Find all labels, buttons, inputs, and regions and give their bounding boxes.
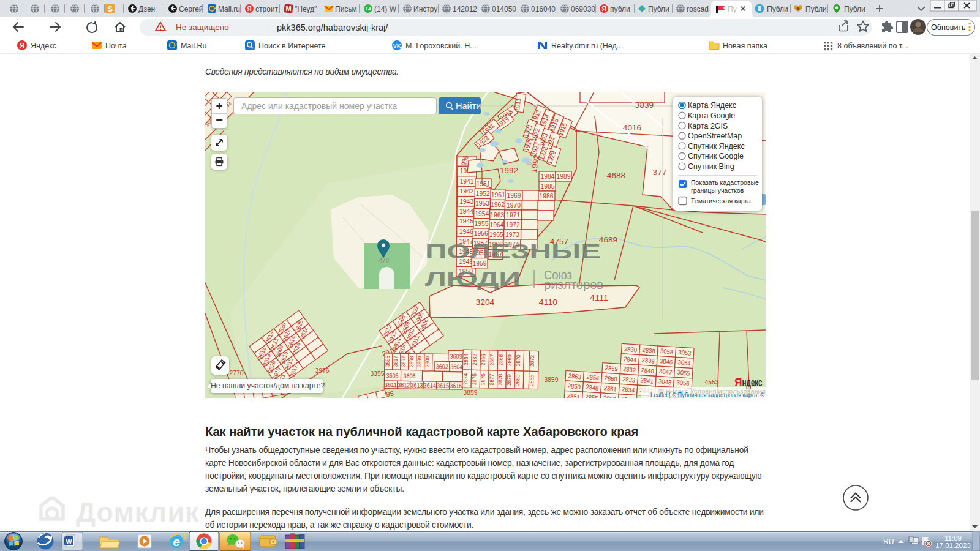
svg-text:1984: 1984 bbox=[541, 173, 556, 180]
svg-text:Карта Google: Карта Google bbox=[688, 111, 735, 120]
svg-text:3046: 3046 bbox=[660, 357, 673, 365]
svg-text:2867: 2867 bbox=[489, 354, 495, 365]
svg-text:3053: 3053 bbox=[678, 348, 692, 357]
svg-text:3976: 3976 bbox=[315, 367, 330, 374]
svg-text:2865: 2865 bbox=[529, 375, 535, 386]
svg-text:1965: 1965 bbox=[489, 231, 503, 238]
svg-text:Публи: Публи bbox=[767, 5, 788, 13]
svg-text:строит: строит bbox=[255, 5, 279, 13]
svg-text:478: 478 bbox=[379, 257, 389, 264]
svg-text:3599: 3599 bbox=[417, 356, 423, 367]
svg-text:8 объявлений по т...: 8 объявлений по т... bbox=[837, 42, 908, 50]
svg-text:3058: 3058 bbox=[660, 347, 674, 356]
svg-text:3604: 3604 bbox=[450, 363, 463, 370]
svg-text:RU: RU bbox=[883, 538, 894, 546]
svg-text:1964: 1964 bbox=[490, 221, 505, 228]
svg-text:2864: 2864 bbox=[463, 354, 469, 365]
svg-text:1973: 1973 bbox=[505, 231, 519, 238]
svg-text:4688: 4688 bbox=[607, 171, 625, 180]
svg-text:2875: 2875 bbox=[471, 373, 477, 385]
svg-text:Я: Я bbox=[734, 377, 742, 389]
svg-text:2848: 2848 bbox=[586, 383, 599, 391]
svg-text:2879: 2879 bbox=[506, 374, 512, 386]
svg-text:Новая папка: Новая папка bbox=[723, 42, 767, 50]
svg-text:1956: 1956 bbox=[474, 230, 488, 237]
svg-text:3859: 3859 bbox=[464, 389, 478, 396]
svg-text:Яндекс: Яндекс bbox=[31, 42, 56, 50]
svg-text:11:09: 11:09 bbox=[944, 534, 962, 542]
svg-text:Почта: Почта bbox=[105, 42, 127, 50]
svg-text:риэлторов: риэлторов bbox=[544, 277, 603, 291]
svg-text:3616: 3616 bbox=[450, 382, 462, 389]
svg-text:2859: 2859 bbox=[605, 364, 618, 372]
svg-text:Обновить: Обновить bbox=[931, 23, 966, 32]
svg-text:roscad: roscad bbox=[687, 5, 709, 13]
svg-text:3204: 3204 bbox=[476, 298, 494, 307]
svg-text:1952: 1952 bbox=[476, 190, 490, 197]
svg-text:2770: 2770 bbox=[230, 369, 244, 377]
svg-text:Спутник Google: Спутник Google bbox=[688, 152, 744, 160]
svg-text:2833: 2833 bbox=[622, 375, 636, 384]
svg-text:2866: 2866 bbox=[480, 354, 486, 365]
svg-text:Сергей: Сергей bbox=[179, 5, 203, 13]
svg-text:1941: 1941 bbox=[460, 178, 474, 185]
svg-text:4110: 4110 bbox=[539, 298, 557, 307]
svg-text:pkk365.org/habarovskij-kraj/: pkk365.org/habarovskij-kraj/ bbox=[277, 23, 388, 32]
svg-text:Карта 2GIS: Карта 2GIS bbox=[688, 122, 728, 130]
svg-text:Спутник Bing: Спутник Bing bbox=[688, 162, 734, 171]
svg-text:3048: 3048 bbox=[658, 377, 672, 386]
svg-text:2860: 2860 bbox=[604, 374, 617, 383]
svg-text:3614: 3614 bbox=[424, 382, 437, 389]
svg-text:Realty.dmir.ru (Нед...: Realty.dmir.ru (Нед... bbox=[551, 42, 623, 50]
svg-text:016040: 016040 bbox=[531, 5, 556, 13]
svg-text:Публи: Публи bbox=[844, 5, 865, 13]
svg-text:2863: 2863 bbox=[568, 372, 581, 380]
svg-text:014050: 014050 bbox=[492, 5, 516, 13]
svg-text:Письм: Письм bbox=[335, 5, 357, 13]
svg-text:(14) W: (14) W bbox=[374, 5, 397, 13]
svg-text:3605: 3605 bbox=[386, 372, 399, 379]
svg-text:2876: 2876 bbox=[480, 373, 486, 385]
svg-text:3839: 3839 bbox=[635, 100, 654, 110]
svg-text:1961: 1961 bbox=[491, 191, 505, 198]
svg-text:069030: 069030 bbox=[571, 5, 595, 13]
svg-text:1962: 1962 bbox=[491, 201, 505, 208]
svg-text:2872: 2872 bbox=[529, 355, 535, 367]
svg-text:1992: 1992 bbox=[500, 167, 518, 175]
svg-text:1971: 1971 bbox=[506, 211, 520, 219]
svg-text:2870: 2870 bbox=[515, 354, 521, 366]
svg-text:Не защищено: Не защищено bbox=[176, 23, 229, 32]
svg-text:1963: 1963 bbox=[490, 211, 504, 219]
svg-text:3613: 3613 bbox=[410, 382, 423, 389]
svg-text:2830: 2830 bbox=[624, 345, 638, 353]
svg-text:1955: 1955 bbox=[475, 220, 489, 227]
svg-text:2841: 2841 bbox=[640, 376, 654, 384]
svg-text:Leaflet | © Публичная кадастро: Leaflet | © Публичная кадастровая карта.… bbox=[650, 391, 764, 398]
svg-text:ЛЮДИ: ЛЮДИ bbox=[425, 267, 521, 290]
svg-text:Пу: Пу bbox=[728, 5, 737, 13]
svg-text:М. Гороховский. Н...: М. Гороховский. Н... bbox=[405, 42, 477, 50]
svg-text:2880: 2880 bbox=[514, 374, 521, 386]
svg-text:Публи: Публи bbox=[805, 5, 827, 13]
svg-text:3603: 3603 bbox=[450, 353, 462, 359]
svg-text:1985: 1985 bbox=[541, 182, 555, 190]
svg-text:1986: 1986 bbox=[540, 192, 554, 200]
svg-text:Показать кадастровые: Показать кадастровые bbox=[691, 179, 759, 186]
svg-text:2838: 2838 bbox=[642, 346, 655, 354]
svg-text:2878: 2878 bbox=[497, 374, 503, 386]
svg-text:3054: 3054 bbox=[677, 358, 691, 367]
svg-text:3598: 3598 bbox=[409, 356, 415, 367]
svg-text:142012: 142012 bbox=[453, 5, 477, 13]
svg-text:1989: 1989 bbox=[557, 173, 571, 180]
svg-text:1954: 1954 bbox=[475, 210, 489, 217]
svg-text:1970: 1970 bbox=[507, 201, 521, 209]
svg-text:3617: 3617 bbox=[393, 356, 399, 367]
svg-text:2839: 2839 bbox=[641, 356, 655, 364]
svg-text:2855: 2855 bbox=[585, 393, 598, 398]
svg-text:3597: 3597 bbox=[401, 356, 407, 367]
svg-text:3859: 3859 bbox=[545, 376, 559, 383]
svg-text:2874: 2874 bbox=[462, 373, 469, 384]
svg-text:e: e bbox=[173, 534, 180, 549]
svg-text:2850: 2850 bbox=[567, 382, 581, 391]
svg-text:3047: 3047 bbox=[659, 367, 673, 376]
